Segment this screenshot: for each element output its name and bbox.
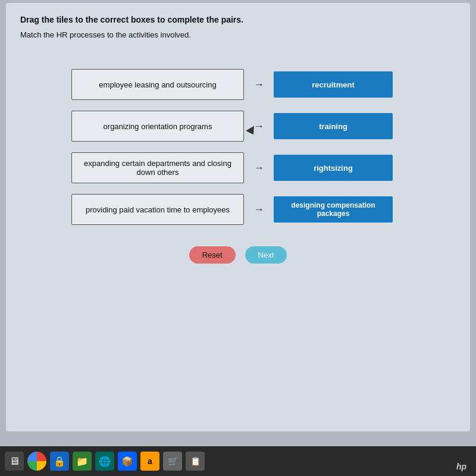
arrow-4: → bbox=[244, 203, 274, 216]
pair-row: employee leasing and outsourcing → recru… bbox=[71, 69, 405, 100]
taskbar-icon-folder[interactable]: 📁 bbox=[73, 452, 92, 471]
hp-logo: hp bbox=[456, 462, 466, 471]
pair-row: organizing orientation programs → traini… bbox=[71, 111, 405, 142]
arrow-3: → bbox=[244, 162, 274, 174]
sub-instruction: Match the HR processes to the activities… bbox=[20, 30, 456, 39]
taskbar-icon-dropbox[interactable]: 📦 bbox=[118, 452, 137, 471]
right-tile-2[interactable]: training bbox=[274, 113, 393, 139]
right-tile-3[interactable]: rightsizing bbox=[274, 155, 393, 181]
taskbar-icon-monitor[interactable]: 🖥 bbox=[5, 452, 24, 471]
taskbar-icon-docs[interactable]: 📋 bbox=[186, 452, 205, 471]
taskbar-icon-cart[interactable]: 🛒 bbox=[163, 452, 182, 471]
buttons-row: Reset Next bbox=[20, 246, 456, 264]
arrow-2: → bbox=[244, 120, 274, 133]
left-tile-3[interactable]: expanding certain departments and closin… bbox=[71, 152, 244, 183]
reset-button[interactable]: Reset bbox=[189, 246, 236, 264]
main-instruction: Drag the tiles to the correct boxes to c… bbox=[20, 15, 456, 24]
left-tile-4[interactable]: providing paid vacation time to employee… bbox=[71, 194, 244, 225]
arrow-1: → bbox=[244, 79, 274, 91]
pairs-container: employee leasing and outsourcing → recru… bbox=[20, 69, 456, 225]
taskbar-icon-amazon[interactable]: a bbox=[140, 452, 159, 471]
right-tile-4[interactable]: designing compensation packages bbox=[274, 196, 393, 223]
taskbar-icon-app1[interactable]: 🌐 bbox=[95, 452, 114, 471]
main-screen: Drag the tiles to the correct boxes to c… bbox=[6, 3, 470, 431]
taskbar-icon-lock[interactable]: 🔒 bbox=[50, 452, 69, 471]
left-tile-1[interactable]: employee leasing and outsourcing bbox=[71, 69, 244, 100]
taskbar: 🖥 🔒 📁 🌐 📦 a 🛒 📋 hp bbox=[0, 446, 476, 476]
taskbar-icon-chrome[interactable] bbox=[27, 452, 46, 471]
pair-row: providing paid vacation time to employee… bbox=[71, 194, 405, 225]
next-button[interactable]: Next bbox=[245, 246, 287, 264]
pair-row: expanding certain departments and closin… bbox=[71, 152, 405, 183]
left-tile-2[interactable]: organizing orientation programs bbox=[71, 111, 244, 142]
right-tile-1[interactable]: recruitment bbox=[274, 71, 393, 98]
